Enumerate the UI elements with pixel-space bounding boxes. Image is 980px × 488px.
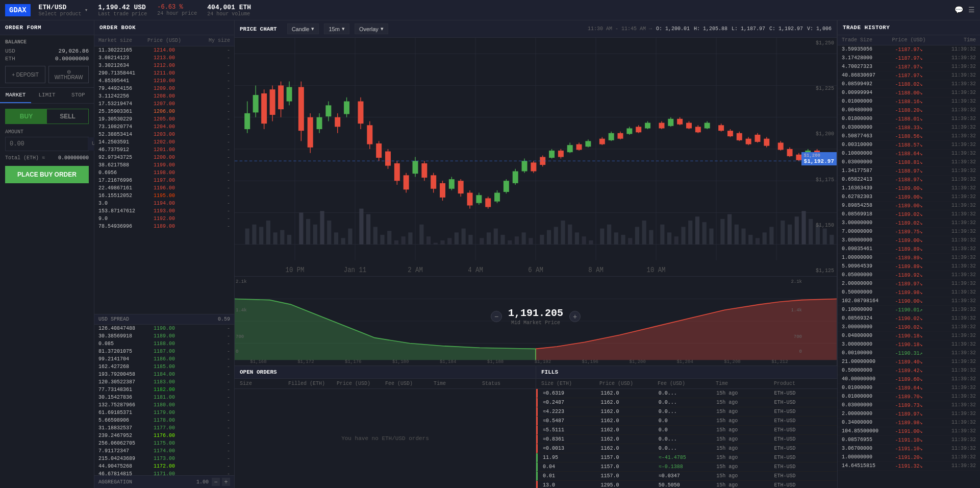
fills-row[interactable]: ≈4.22231162.00.0...15h agoETH-USD [536,407,837,417]
candle-button[interactable]: Candle ▾ [287,23,319,34]
trade-row[interactable]: 14.64515815-1191.32↘11:39:32 [838,462,980,471]
tab-stop[interactable]: STOP [63,88,94,103]
agg-decrease-button[interactable]: − [212,478,220,486]
agg-increase-button[interactable]: + [222,478,230,486]
trade-row[interactable]: 3.00000000-1190.02↘11:39:32 [838,323,980,332]
trade-row[interactable]: 0.01000000-1188.01↘11:39:32 [838,115,980,124]
fills-row[interactable]: ≈0.54871162.00.015h agoETH-USD [536,417,837,426]
table-row[interactable]: 99.21417041186.00- [94,355,234,363]
menu-icon[interactable]: ☰ [968,6,975,14]
table-row[interactable]: 0.0851188.00- [94,340,234,348]
trade-row[interactable]: 21.00000000-1189.40↘11:39:32 [838,358,980,367]
table-row[interactable]: 30.385699181189.00- [94,332,234,340]
trade-row[interactable]: 0.65822413-1188.97↘11:39:32 [838,176,980,184]
fills-row[interactable]: ≈0.24871162.00.0...15h agoETH-USD [536,398,837,407]
trade-row[interactable]: 0.03000000-1188.33↘11:39:32 [838,124,980,132]
table-row[interactable]: 5.665989061178.00- [94,417,234,424]
table-row[interactable]: 79.449241561209.00- [94,85,234,92]
table-row[interactable]: 9.01192.00- [94,215,234,223]
trade-row[interactable]: 3.00000000-1189.02↘11:39:32 [838,219,980,228]
withdraw-button[interactable]: ⊖ WITHDRAW [48,66,89,83]
table-row[interactable]: 7.911723471174.00- [94,447,234,455]
trade-row[interactable]: 0.50000000-1189.42↘11:39:32 [838,367,980,375]
zoom-in-button[interactable]: + [569,311,581,322]
trade-row[interactable]: 2.00000000-1189.97↘11:39:32 [838,410,980,419]
table-row[interactable]: 290.713584411211.00- [94,69,234,77]
table-row[interactable]: 4.853954411210.00- [94,77,234,85]
table-row[interactable]: 16.155120521195.00- [94,192,234,200]
trade-row[interactable]: 0.08599492-1188.02↘11:39:32 [838,80,980,89]
table-row[interactable]: 46.73759121201.00- [94,146,234,154]
table-row[interactable]: 30.154278361181.00- [94,394,234,401]
trade-row[interactable]: 0.08569324-1190.02↘11:39:32 [838,314,980,323]
table-row[interactable]: 17.532194741207.00- [94,100,234,108]
table-row[interactable]: 0.69561198.00- [94,169,234,177]
trade-row[interactable]: 102.08798164-1190.00↘11:39:32 [838,297,980,306]
table-row[interactable]: 77.731483611182.00- [94,386,234,394]
table-row[interactable]: 81.372010751187.00- [94,348,234,355]
table-row[interactable]: 239.24679521176.00- [94,432,234,440]
trade-row[interactable]: 7.00000000-1189.75↘11:39:32 [838,228,980,236]
table-row[interactable]: 153.871476121193.00- [94,207,234,215]
trade-row[interactable]: 0.01000000-1188.16↘11:39:32 [838,97,980,106]
table-row[interactable]: 44.904752681172.00- [94,462,234,470]
table-row[interactable]: 162.4272681185.00- [94,363,234,371]
table-row[interactable]: 120.305223871183.00- [94,378,234,386]
overlay-button[interactable]: Overlay ▾ [355,23,388,34]
trade-row[interactable]: 9.89854258-1189.00↘11:39:32 [838,202,980,210]
trade-row[interactable]: 3.59935056-1187.97↘11:39:32 [838,45,980,54]
trade-row[interactable]: 0.09035461-1189.89↘11:39:32 [838,245,980,254]
trade-row[interactable]: 40.86830697-1187.97↘11:39:32 [838,71,980,80]
table-row[interactable]: 92.973437251200.00- [94,154,234,161]
trade-row[interactable]: 0.05000000-1189.92↘11:39:32 [838,271,980,280]
trade-row[interactable]: 3.17428000-1187.97↘11:39:32 [838,54,980,63]
table-row[interactable]: 11.302221651214.00- [94,46,234,54]
fills-row[interactable]: ≈0.00131162.00.0...15h agoETH-USD [536,444,837,453]
place-order-button[interactable]: PLACE BUY ORDER [5,166,89,183]
table-row[interactable]: 14.25035911202.00- [94,138,234,146]
table-row[interactable]: 46.678148151171.00- [94,470,234,475]
trade-row[interactable]: 0.50877463-1188.56↘11:39:32 [838,132,980,141]
table-row[interactable]: 61.691853711179.00- [94,409,234,417]
table-row[interactable]: 31.188325371177.00- [94,424,234,432]
trade-row[interactable]: 0.00310000-1188.57↘11:39:32 [838,141,980,150]
fills-row[interactable]: 0.011157.0≈0.034715h agoETH-USD [536,472,837,481]
trade-row[interactable]: 0.00999994-1188.00↘11:39:32 [838,89,980,97]
chat-icon[interactable]: 💬 [954,6,963,14]
trade-row[interactable]: 0.34000000-1189.98↘11:39:32 [838,419,980,427]
trade-row[interactable]: 1.00000000-1189.89↘11:39:32 [838,254,980,262]
table-row[interactable]: 3.302126341212.00- [94,62,234,69]
trade-row[interactable]: 104.85500000-1191.00↘11:39:32 [838,427,980,436]
product-selector[interactable]: ETH/USD Select product ▾ [39,4,88,17]
trade-row[interactable]: 0.01000000-1189.64↘11:39:32 [838,384,980,393]
table-row[interactable]: 132.752879661180.00- [94,401,234,409]
table-row[interactable]: 25.359033611206.00- [94,108,234,115]
amount-input[interactable] [6,137,88,151]
fills-row[interactable]: 0.041157.0≈-0.138815h agoETH-USD [536,462,837,472]
tab-limit[interactable]: LIMIT [31,88,62,103]
trade-row[interactable]: 0.03000000-1188.81↘11:39:32 [838,158,980,167]
table-row[interactable]: 78.549369961189.00- [94,223,234,230]
trade-row[interactable]: 1.34177587-1188.97↘11:39:32 [838,167,980,176]
trade-row[interactable]: 0.10000000-1190.01↗11:39:32 [838,306,980,314]
trade-row[interactable]: 0.10000000-1188.64↘11:39:32 [838,150,980,158]
trade-row[interactable]: 0.03000000-1189.73↘11:39:32 [838,401,980,410]
trade-row[interactable]: 5.90964539-1189.89↘11:39:32 [838,262,980,271]
table-row[interactable]: 17.216769961197.00- [94,177,234,184]
fills-row[interactable]: 13.01295.050.505015h agoETH-USD [536,481,837,488]
trade-row[interactable]: 0.00100000-1190.31↗11:39:32 [838,349,980,358]
fills-row[interactable]: 11.951157.0≈-41.478515h agoETH-USD [536,453,837,462]
tab-market[interactable]: MARKET [0,88,31,103]
trade-row[interactable]: 3.00000000-1189.00↘11:39:32 [838,236,980,245]
table-row[interactable]: 3.082141231213.00- [94,54,234,62]
table-row[interactable]: 3.01194.00- [94,200,234,207]
trade-row[interactable]: 0.50000000-1189.98↘11:39:32 [838,288,980,297]
table-row[interactable]: 3.112422561208.00- [94,92,234,100]
trade-row[interactable]: 3.00000000-1190.18↘11:39:32 [838,340,980,349]
table-row[interactable]: 19.305302291205.00- [94,115,234,123]
trade-row[interactable]: 1.16363439-1189.00↘11:39:32 [838,184,980,193]
deposit-button[interactable]: + DEPOSIT [5,66,45,83]
trade-row[interactable]: 0.08576955-1191.10↘11:39:32 [838,436,980,445]
trade-row[interactable]: 40.00000000-1189.60↘11:39:32 [838,375,980,384]
trade-row[interactable]: 3.06700000-1191.10↘11:39:32 [838,445,980,453]
